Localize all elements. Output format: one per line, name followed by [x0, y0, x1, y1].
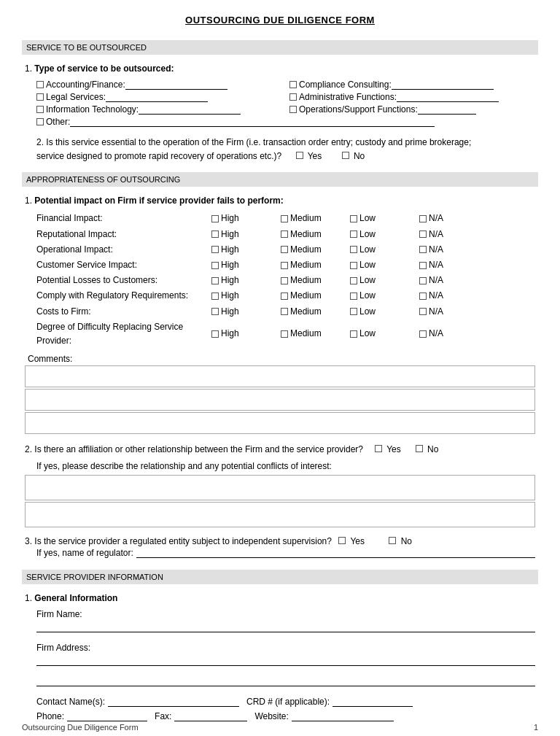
firm-address-field-1[interactable]: [36, 656, 535, 666]
page-title: OUTSOURCING DUE DILIGENCE FORM: [22, 15, 538, 26]
checkbox-legal[interactable]: [36, 93, 44, 101]
type-legal: Legal Services:: [36, 92, 282, 102]
cb-op-na[interactable]: [419, 246, 427, 253]
impact-row-customer: Customer Service Impact: High Medium Low…: [36, 258, 535, 272]
cb-affil-yes[interactable]: [375, 445, 382, 452]
cb-financial-high[interactable]: [211, 215, 219, 222]
cb-affil-no[interactable]: [416, 445, 423, 452]
cb-diff-low[interactable]: [350, 330, 357, 338]
cb-reg-yes[interactable]: [338, 537, 346, 544]
general-info-bold: General Information: [34, 593, 117, 603]
firm-fields: Firm Name: Firm Address:: [36, 609, 535, 686]
ops-field[interactable]: [418, 104, 476, 115]
affil-textbox-2[interactable]: [25, 502, 535, 527]
impact-row-reputational: Reputational Impact: High Medium Low N/A: [36, 228, 535, 241]
regulator-field[interactable]: [136, 548, 535, 558]
cb-reg-high[interactable]: [211, 293, 219, 300]
cb-op-high[interactable]: [211, 246, 219, 253]
cb-op-medium[interactable]: [281, 246, 288, 253]
cb-loss-medium[interactable]: [281, 277, 288, 284]
website-field[interactable]: [292, 711, 394, 721]
cb-cost-high[interactable]: [211, 308, 219, 315]
comments-label: Comments:: [28, 354, 535, 364]
cb-loss-high[interactable]: [211, 277, 219, 284]
cb-diff-medium[interactable]: [281, 330, 288, 338]
q1-impact-label: 1. Potential impact on Firm if service p…: [25, 194, 535, 207]
phone-row: Phone: Fax: Website:: [36, 711, 535, 721]
cb-cust-low[interactable]: [350, 262, 357, 269]
cb-diff-na[interactable]: [419, 330, 427, 338]
website-item: Website:: [254, 711, 393, 721]
cb-cust-medium[interactable]: [281, 262, 288, 269]
q1-provider-label: 1. General Information: [25, 592, 535, 605]
checkbox-accounting[interactable]: [36, 81, 44, 88]
q1-impact-bold: Potential impact on Firm if service prov…: [34, 195, 283, 206]
cb-op-low[interactable]: [350, 246, 357, 253]
cb-reg-no[interactable]: [389, 537, 396, 544]
cb-reg-medium[interactable]: [281, 293, 288, 300]
cb-cost-medium[interactable]: [281, 308, 288, 315]
firm-address-row: Firm Address:: [36, 643, 535, 686]
q1-provider-block: 1. General Information Firm Name: Firm A…: [22, 592, 538, 721]
legal-field[interactable]: [106, 92, 208, 102]
impact-row-costs: Costs to Firm: High Medium Low N/A: [36, 305, 535, 319]
cb-rep-high[interactable]: [211, 231, 219, 238]
cb-cost-low[interactable]: [350, 308, 357, 315]
type-accounting: Accounting/Finance:: [36, 80, 282, 90]
contact-row: Contact Name(s): CRD # (if applicable):: [36, 697, 535, 707]
q2-affiliation-text: 2. Is there an affiliation or other rela…: [25, 443, 535, 457]
impact-row-losses: Potential Losses to Customers: High Medi…: [36, 274, 535, 287]
checkbox-ops[interactable]: [289, 106, 297, 113]
checkbox-admin[interactable]: [289, 93, 297, 101]
other-field[interactable]: [70, 117, 435, 127]
cb-rep-low[interactable]: [350, 231, 357, 238]
affil-textbox-1[interactable]: [25, 475, 535, 500]
q2-affiliation-block: 2. Is there an affiliation or other rela…: [22, 443, 538, 527]
cb-financial-low[interactable]: [350, 215, 357, 222]
checkbox-compliance[interactable]: [289, 81, 297, 88]
cb-cost-na[interactable]: [419, 308, 427, 315]
type-it: Information Technology:: [36, 104, 282, 115]
crd-field[interactable]: [332, 697, 413, 707]
contact-name-field[interactable]: [108, 697, 239, 707]
phone-item: Phone:: [36, 711, 147, 721]
firm-name-field[interactable]: [36, 622, 535, 632]
type-other: Other:: [36, 117, 535, 127]
q2-service-text: 2. Is this service essential to the oper…: [36, 136, 535, 163]
impact-table: Financial Impact: High Medium Low N/A Re…: [36, 212, 535, 348]
cb-loss-low[interactable]: [350, 277, 357, 284]
cb-diff-high[interactable]: [211, 330, 219, 338]
q1-service-bold: Type of service to be outsourced:: [34, 63, 174, 74]
admin-field[interactable]: [397, 92, 499, 102]
q2-affil-subtext: If yes, please describe the relationship…: [36, 460, 535, 473]
comments-box-2[interactable]: [25, 389, 535, 411]
fax-field[interactable]: [174, 711, 247, 721]
service-type-grid: Accounting/Finance: Compliance Consultin…: [36, 80, 535, 127]
impact-row-difficulty: Degree of Difficulty Replacing Service P…: [36, 320, 535, 348]
regulator-line: If yes, name of regulator:: [36, 548, 535, 558]
cb-cust-high[interactable]: [211, 262, 219, 269]
checkbox-q2-yes[interactable]: [296, 152, 303, 159]
cb-reg-low[interactable]: [350, 293, 357, 300]
cb-rep-medium[interactable]: [281, 231, 288, 238]
comments-box-3[interactable]: [25, 412, 535, 434]
cb-cust-na[interactable]: [419, 262, 427, 269]
phone-field[interactable]: [67, 711, 147, 721]
contact-name-item: Contact Name(s):: [36, 697, 239, 707]
checkbox-it[interactable]: [36, 106, 44, 113]
footer-right: 1: [534, 723, 538, 732]
cb-reg-na[interactable]: [419, 293, 427, 300]
firm-address-label: Firm Address:: [36, 643, 535, 653]
checkbox-q2-no[interactable]: [342, 152, 349, 159]
comments-box-1[interactable]: [25, 365, 535, 387]
cb-financial-medium[interactable]: [281, 215, 288, 222]
cb-loss-na[interactable]: [419, 277, 427, 284]
cb-financial-na[interactable]: [419, 215, 427, 222]
firm-address-field-2[interactable]: [36, 676, 535, 686]
compliance-field[interactable]: [392, 80, 494, 90]
accounting-field[interactable]: [125, 80, 228, 90]
cb-rep-na[interactable]: [419, 231, 427, 238]
it-field[interactable]: [139, 104, 241, 115]
section-appropriateness: APPROPRIATENESS OF OUTSOURCING: [22, 172, 538, 187]
checkbox-other[interactable]: [36, 118, 44, 125]
